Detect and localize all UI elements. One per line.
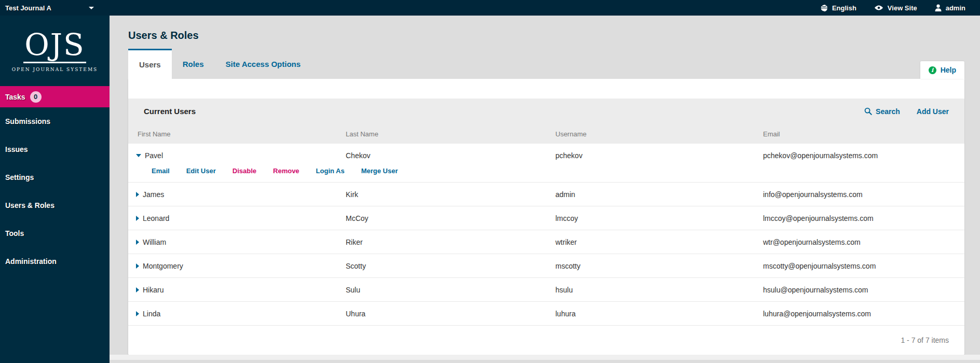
users-grid-panel: Current Users Search Add User <box>128 79 964 355</box>
add-user-label: Add User <box>917 107 949 116</box>
cell-first-name: Montgomery <box>143 262 183 270</box>
chevron-down-icon <box>89 7 94 9</box>
expand-caret-icon[interactable] <box>136 240 139 245</box>
tab-users[interactable]: Users <box>128 49 172 79</box>
table-row-group: Montgomery Scotty mscotty mscotty@openjo… <box>128 254 964 278</box>
tab-site-access-options[interactable]: Site Access Options <box>215 49 312 79</box>
cell-first-name: William <box>143 238 166 246</box>
action-link-disable[interactable]: Disable <box>233 167 256 175</box>
cell-last-name: Uhura <box>346 310 555 318</box>
tab-roles[interactable]: Roles <box>172 49 215 79</box>
sidebar-item-label: Tools <box>5 229 24 238</box>
cell-first-name: James <box>143 190 164 199</box>
help-button[interactable]: i Help <box>920 61 964 79</box>
add-user-button[interactable]: Add User <box>917 107 949 116</box>
action-link-login-as[interactable]: Login As <box>316 167 345 175</box>
search-icon <box>864 107 872 115</box>
ojs-logo-subtext: OPEN JOURNAL SYSTEMS <box>12 67 98 72</box>
cell-username: pchekov <box>555 151 763 160</box>
language-label: English <box>832 4 856 12</box>
column-header-email: Email <box>763 130 964 138</box>
expand-caret-icon[interactable] <box>136 192 139 197</box>
tab-label: Users <box>139 60 161 69</box>
top-bar: Test Journal A English View Site <box>0 0 980 16</box>
expand-caret-icon[interactable] <box>136 263 139 269</box>
action-link-email[interactable]: Email <box>152 167 170 175</box>
cell-last-name: McCoy <box>346 214 555 222</box>
cell-first-name: Leonard <box>143 214 169 222</box>
cell-email: lmccoy@openjournalsystems.com <box>763 214 964 222</box>
table-row[interactable]: Pavel Chekov pchekov pchekov@openjournal… <box>128 144 964 167</box>
table-header-row: First NameLast NameUsernameEmail <box>128 124 964 144</box>
cell-email: luhura@openjournalsystems.com <box>763 310 964 318</box>
sidebar-item-label: Settings <box>5 173 34 182</box>
table-body: Pavel Chekov pchekov pchekov@openjournal… <box>128 144 964 326</box>
page-title: Users & Roles <box>128 16 964 41</box>
cell-last-name: Kirk <box>346 190 555 199</box>
sidebar-item-settings[interactable]: Settings <box>0 163 110 191</box>
sidebar-item-label: Administration <box>5 257 57 266</box>
task-count-badge: 0 <box>30 91 42 103</box>
cell-username: mscotty <box>555 262 763 270</box>
grid-title: Current Users <box>144 107 196 116</box>
cell-email: wtr@openjournalsystems.com <box>763 238 964 246</box>
sidebar-nav: Tasks 0 Submissions Issues Settings User… <box>0 86 110 275</box>
action-link-edit-user[interactable]: Edit User <box>186 167 216 175</box>
search-label: Search <box>876 107 900 116</box>
table-row[interactable]: James Kirk admin info@openjournalsystems… <box>128 183 964 206</box>
table-row[interactable]: Hikaru Sulu hsulu hsulu@openjournalsyste… <box>128 278 964 301</box>
tab-label: Roles <box>183 60 204 68</box>
table-row[interactable]: Leonard McCoy lmccoy lmccoy@openjournals… <box>128 206 964 230</box>
sidebar-item-label: Issues <box>5 145 28 153</box>
action-link-merge-user[interactable]: Merge User <box>361 167 398 175</box>
sidebar-item-users-roles[interactable]: Users & Roles <box>0 191 110 219</box>
globe-icon <box>820 4 828 12</box>
info-icon: i <box>929 66 936 74</box>
expand-caret-icon[interactable] <box>136 216 139 221</box>
table-row-group: William Riker wtriker wtr@openjournalsys… <box>128 230 964 254</box>
language-menu[interactable]: English <box>820 4 856 12</box>
cell-username: hsulu <box>555 286 763 294</box>
view-site-label: View Site <box>888 4 917 12</box>
cell-last-name: Riker <box>346 238 555 246</box>
sidebar-item-issues[interactable]: Issues <box>0 135 110 163</box>
tab-label: Site Access Options <box>226 60 301 68</box>
expand-caret-icon[interactable] <box>136 311 139 316</box>
table-row[interactable]: William Riker wtriker wtr@openjournalsys… <box>128 230 964 254</box>
sidebar-item-label: Tasks <box>5 93 25 101</box>
table-row[interactable]: Montgomery Scotty mscotty mscotty@openjo… <box>128 254 964 277</box>
expand-caret-icon[interactable] <box>136 154 141 157</box>
cell-username: luhura <box>555 310 763 318</box>
table-row-group: Linda Uhura luhura luhura@openjournalsys… <box>128 302 964 326</box>
expand-caret-icon[interactable] <box>136 287 139 292</box>
ojs-logo: OJS OPEN JOURNAL SYSTEMS <box>0 16 110 86</box>
cell-email: hsulu@openjournalsystems.com <box>763 286 964 294</box>
cell-first-name: Hikaru <box>143 286 164 294</box>
cell-username: lmccoy <box>555 214 763 222</box>
cell-email: pchekov@openjournalsystems.com <box>763 151 964 160</box>
cell-last-name: Scotty <box>346 262 555 270</box>
cell-first-name: Pavel <box>145 151 163 160</box>
cell-first-name: Linda <box>143 310 160 318</box>
journal-selector[interactable]: Test Journal A <box>0 4 94 12</box>
table-row[interactable]: Linda Uhura luhura luhura@openjournalsys… <box>128 302 964 325</box>
sidebar-item-tools[interactable]: Tools <box>0 219 110 247</box>
user-menu[interactable]: admin <box>935 4 965 12</box>
sidebar-item-tasks[interactable]: Tasks 0 <box>0 86 110 107</box>
tab-strip: Users Roles Site Access Options i Help <box>128 49 964 79</box>
cell-last-name: Sulu <box>346 286 555 294</box>
eye-icon <box>874 5 883 11</box>
cell-email: info@openjournalsystems.com <box>763 190 964 199</box>
column-header-username: Username <box>555 130 763 138</box>
sidebar-item-label: Submissions <box>5 117 50 125</box>
sidebar-item-submissions[interactable]: Submissions <box>0 107 110 135</box>
view-site-link[interactable]: View Site <box>874 4 917 12</box>
action-link-remove[interactable]: Remove <box>273 167 300 175</box>
journal-name: Test Journal A <box>5 4 51 12</box>
table-row-group: Hikaru Sulu hsulu hsulu@openjournalsyste… <box>128 278 964 302</box>
sidebar-item-administration[interactable]: Administration <box>0 247 110 275</box>
table-row-group: James Kirk admin info@openjournalsystems… <box>128 183 964 206</box>
search-button[interactable]: Search <box>864 107 900 116</box>
cell-username: admin <box>555 190 763 199</box>
ojs-logo-text: OJS <box>23 30 86 63</box>
